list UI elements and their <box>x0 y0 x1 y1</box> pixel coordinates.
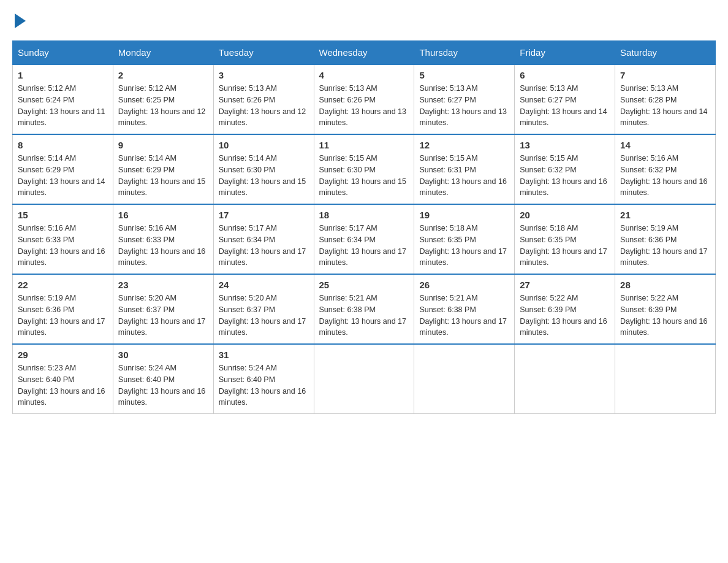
day-number: 14 <box>620 140 710 150</box>
day-number: 10 <box>219 140 309 150</box>
day-info: Sunrise: 5:13 AMSunset: 6:27 PMDaylight:… <box>520 83 610 129</box>
day-info: Sunrise: 5:22 AMSunset: 6:39 PMDaylight:… <box>520 293 610 339</box>
day-info: Sunrise: 5:22 AMSunset: 6:39 PMDaylight:… <box>620 293 710 339</box>
day-info: Sunrise: 5:21 AMSunset: 6:38 PMDaylight:… <box>319 293 409 339</box>
logo <box>12 12 26 28</box>
day-info: Sunrise: 5:20 AMSunset: 6:37 PMDaylight:… <box>118 293 208 339</box>
day-info: Sunrise: 5:15 AMSunset: 6:30 PMDaylight:… <box>319 153 409 199</box>
column-header-saturday: Saturday <box>615 41 716 65</box>
calendar-cell: 6 Sunrise: 5:13 AMSunset: 6:27 PMDayligh… <box>515 64 615 134</box>
logo-arrow-icon <box>15 13 26 28</box>
column-header-thursday: Thursday <box>414 41 515 65</box>
calendar-cell: 14 Sunrise: 5:16 AMSunset: 6:32 PMDaylig… <box>615 134 716 204</box>
calendar-header-row: SundayMondayTuesdayWednesdayThursdayFrid… <box>13 41 716 65</box>
calendar-cell: 18 Sunrise: 5:17 AMSunset: 6:34 PMDaylig… <box>314 204 414 274</box>
calendar-cell <box>515 344 615 414</box>
calendar-cell <box>314 344 414 414</box>
calendar-cell: 21 Sunrise: 5:19 AMSunset: 6:36 PMDaylig… <box>615 204 716 274</box>
day-number: 2 <box>118 70 208 80</box>
day-info: Sunrise: 5:19 AMSunset: 6:36 PMDaylight:… <box>18 293 108 339</box>
calendar-cell: 10 Sunrise: 5:14 AMSunset: 6:30 PMDaylig… <box>213 134 314 204</box>
calendar-cell: 30 Sunrise: 5:24 AMSunset: 6:40 PMDaylig… <box>113 344 213 414</box>
day-info: Sunrise: 5:24 AMSunset: 6:40 PMDaylight:… <box>118 362 208 408</box>
calendar-cell: 4 Sunrise: 5:13 AMSunset: 6:26 PMDayligh… <box>314 64 414 134</box>
day-info: Sunrise: 5:21 AMSunset: 6:38 PMDaylight:… <box>419 293 509 339</box>
calendar-cell: 7 Sunrise: 5:13 AMSunset: 6:28 PMDayligh… <box>615 64 716 134</box>
calendar-cell: 17 Sunrise: 5:17 AMSunset: 6:34 PMDaylig… <box>213 204 314 274</box>
day-number: 25 <box>319 280 409 290</box>
day-number: 21 <box>620 210 710 220</box>
day-info: Sunrise: 5:14 AMSunset: 6:29 PMDaylight:… <box>18 153 108 199</box>
day-info: Sunrise: 5:12 AMSunset: 6:24 PMDaylight:… <box>18 83 108 129</box>
column-header-monday: Monday <box>113 41 213 65</box>
calendar-cell: 26 Sunrise: 5:21 AMSunset: 6:38 PMDaylig… <box>414 274 515 344</box>
calendar-cell <box>615 344 716 414</box>
day-info: Sunrise: 5:20 AMSunset: 6:37 PMDaylight:… <box>219 293 309 339</box>
calendar-cell: 12 Sunrise: 5:15 AMSunset: 6:31 PMDaylig… <box>414 134 515 204</box>
calendar-cell: 1 Sunrise: 5:12 AMSunset: 6:24 PMDayligh… <box>13 64 113 134</box>
column-header-wednesday: Wednesday <box>314 41 414 65</box>
day-number: 26 <box>419 280 509 290</box>
calendar-cell <box>414 344 515 414</box>
day-number: 5 <box>419 70 509 80</box>
page-header <box>12 12 716 28</box>
day-number: 18 <box>319 210 409 220</box>
calendar-cell: 13 Sunrise: 5:15 AMSunset: 6:32 PMDaylig… <box>515 134 615 204</box>
day-info: Sunrise: 5:14 AMSunset: 6:30 PMDaylight:… <box>219 153 309 199</box>
day-info: Sunrise: 5:15 AMSunset: 6:32 PMDaylight:… <box>520 153 610 199</box>
calendar-cell: 5 Sunrise: 5:13 AMSunset: 6:27 PMDayligh… <box>414 64 515 134</box>
day-number: 28 <box>620 280 710 290</box>
calendar-cell: 23 Sunrise: 5:20 AMSunset: 6:37 PMDaylig… <box>113 274 213 344</box>
day-info: Sunrise: 5:18 AMSunset: 6:35 PMDaylight:… <box>419 223 509 269</box>
calendar-week-row: 29 Sunrise: 5:23 AMSunset: 6:40 PMDaylig… <box>13 344 716 414</box>
day-number: 11 <box>319 140 409 150</box>
calendar-cell: 25 Sunrise: 5:21 AMSunset: 6:38 PMDaylig… <box>314 274 414 344</box>
day-number: 6 <box>520 70 610 80</box>
calendar-cell: 29 Sunrise: 5:23 AMSunset: 6:40 PMDaylig… <box>13 344 113 414</box>
calendar-week-row: 8 Sunrise: 5:14 AMSunset: 6:29 PMDayligh… <box>13 134 716 204</box>
day-info: Sunrise: 5:18 AMSunset: 6:35 PMDaylight:… <box>520 223 610 269</box>
day-number: 22 <box>18 280 108 290</box>
calendar-cell: 16 Sunrise: 5:16 AMSunset: 6:33 PMDaylig… <box>113 204 213 274</box>
day-number: 15 <box>18 210 108 220</box>
day-info: Sunrise: 5:16 AMSunset: 6:33 PMDaylight:… <box>118 223 208 269</box>
day-number: 16 <box>118 210 208 220</box>
day-info: Sunrise: 5:13 AMSunset: 6:28 PMDaylight:… <box>620 83 710 129</box>
day-info: Sunrise: 5:19 AMSunset: 6:36 PMDaylight:… <box>620 223 710 269</box>
calendar-cell: 22 Sunrise: 5:19 AMSunset: 6:36 PMDaylig… <box>13 274 113 344</box>
calendar-cell: 20 Sunrise: 5:18 AMSunset: 6:35 PMDaylig… <box>515 204 615 274</box>
calendar-cell: 9 Sunrise: 5:14 AMSunset: 6:29 PMDayligh… <box>113 134 213 204</box>
day-number: 13 <box>520 140 610 150</box>
day-number: 17 <box>219 210 309 220</box>
calendar-week-row: 22 Sunrise: 5:19 AMSunset: 6:36 PMDaylig… <box>13 274 716 344</box>
column-header-tuesday: Tuesday <box>213 41 314 65</box>
calendar-cell: 24 Sunrise: 5:20 AMSunset: 6:37 PMDaylig… <box>213 274 314 344</box>
day-info: Sunrise: 5:13 AMSunset: 6:26 PMDaylight:… <box>219 83 309 129</box>
day-info: Sunrise: 5:23 AMSunset: 6:40 PMDaylight:… <box>18 362 108 408</box>
calendar-cell: 11 Sunrise: 5:15 AMSunset: 6:30 PMDaylig… <box>314 134 414 204</box>
calendar-cell: 31 Sunrise: 5:24 AMSunset: 6:40 PMDaylig… <box>213 344 314 414</box>
day-number: 8 <box>18 140 108 150</box>
calendar-cell: 3 Sunrise: 5:13 AMSunset: 6:26 PMDayligh… <box>213 64 314 134</box>
day-number: 27 <box>520 280 610 290</box>
day-number: 30 <box>118 350 208 360</box>
day-number: 20 <box>520 210 610 220</box>
day-number: 29 <box>18 350 108 360</box>
calendar-cell: 27 Sunrise: 5:22 AMSunset: 6:39 PMDaylig… <box>515 274 615 344</box>
day-info: Sunrise: 5:16 AMSunset: 6:32 PMDaylight:… <box>620 153 710 199</box>
calendar-cell: 8 Sunrise: 5:14 AMSunset: 6:29 PMDayligh… <box>13 134 113 204</box>
day-number: 19 <box>419 210 509 220</box>
day-number: 1 <box>18 70 108 80</box>
day-info: Sunrise: 5:12 AMSunset: 6:25 PMDaylight:… <box>118 83 208 129</box>
day-info: Sunrise: 5:16 AMSunset: 6:33 PMDaylight:… <box>18 223 108 269</box>
calendar-cell: 19 Sunrise: 5:18 AMSunset: 6:35 PMDaylig… <box>414 204 515 274</box>
column-header-sunday: Sunday <box>13 41 113 65</box>
day-number: 7 <box>620 70 710 80</box>
column-header-friday: Friday <box>515 41 615 65</box>
calendar-cell: 15 Sunrise: 5:16 AMSunset: 6:33 PMDaylig… <box>13 204 113 274</box>
day-info: Sunrise: 5:14 AMSunset: 6:29 PMDaylight:… <box>118 153 208 199</box>
calendar-week-row: 1 Sunrise: 5:12 AMSunset: 6:24 PMDayligh… <box>13 64 716 134</box>
day-number: 4 <box>319 70 409 80</box>
day-info: Sunrise: 5:13 AMSunset: 6:27 PMDaylight:… <box>419 83 509 129</box>
day-info: Sunrise: 5:13 AMSunset: 6:26 PMDaylight:… <box>319 83 409 129</box>
